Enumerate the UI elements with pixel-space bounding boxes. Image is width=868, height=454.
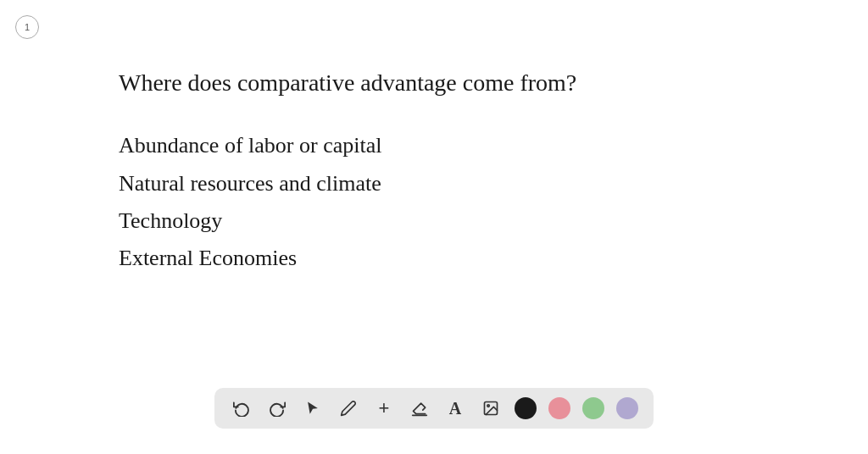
svg-point-2 <box>487 405 490 407</box>
color-lavender-button[interactable] <box>616 397 638 419</box>
slide-title: Where does comparative advantage come fr… <box>119 68 749 98</box>
redo-icon <box>269 400 286 417</box>
toolbar: + A <box>214 388 654 429</box>
text-icon: A <box>449 399 461 418</box>
pencil-icon <box>340 400 357 417</box>
add-button[interactable]: + <box>372 396 396 420</box>
list-item: Natural resources and climate <box>119 167 749 201</box>
color-pink-button[interactable] <box>548 397 570 419</box>
text-button[interactable]: A <box>443 396 467 420</box>
list-item: External Economies <box>119 241 749 275</box>
plus-icon: + <box>379 399 390 418</box>
slide-content: Where does comparative advantage come fr… <box>119 68 749 280</box>
draw-button[interactable] <box>337 396 360 420</box>
eraser-button[interactable] <box>408 396 431 420</box>
color-green-button[interactable] <box>582 397 604 419</box>
undo-button[interactable] <box>230 396 253 420</box>
color-black-button[interactable] <box>515 397 537 419</box>
undo-icon <box>233 400 250 417</box>
list-item: Abundance of labor or capital <box>119 129 749 163</box>
image-icon <box>482 400 499 417</box>
eraser-icon <box>411 400 428 417</box>
list-item: Technology <box>119 204 749 238</box>
cursor-icon <box>304 400 321 417</box>
image-button[interactable] <box>479 396 503 420</box>
slide-number: 1 <box>15 15 39 39</box>
bullet-list: Abundance of labor or capital Natural re… <box>119 129 749 275</box>
select-button[interactable] <box>301 396 325 420</box>
redo-button[interactable] <box>265 396 289 420</box>
